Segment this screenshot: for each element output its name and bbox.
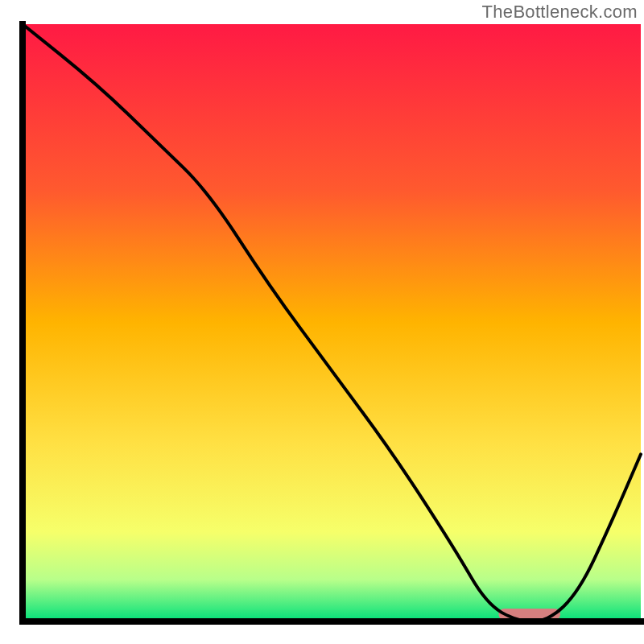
bottleneck-chart [0,0,644,644]
heatmap-gradient [23,24,641,621]
chart-stage: TheBottleneck.com [0,0,644,644]
watermark-text: TheBottleneck.com [482,2,638,23]
